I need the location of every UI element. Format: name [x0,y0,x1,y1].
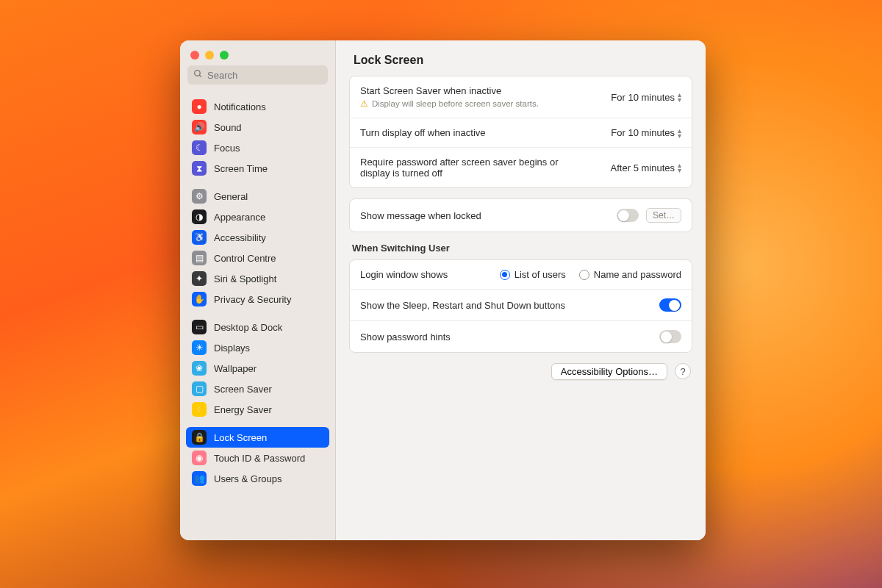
hints-toggle[interactable] [659,330,681,343]
sound-icon: 🔊 [192,120,207,135]
sidebar-item-label: Notifications [214,101,266,112]
set-message-button[interactable]: Set… [646,208,681,223]
sidebar-item-accessibility[interactable]: ♿Accessibility [186,227,329,248]
sidebar-item-label: Siri & Spotlight [214,273,276,284]
close-icon[interactable] [190,51,199,60]
zoom-icon[interactable] [220,51,229,60]
requirepassword-value: After 5 minutes [611,162,675,173]
showmessage-label: Show message when locked [360,210,608,221]
minimize-icon[interactable] [205,51,214,60]
energy-saver-icon: ⚡ [192,402,207,417]
loginwindow-radio-group: List of users Name and password [500,269,681,280]
row-displayoff: Turn display off when inactive For 10 mi… [350,118,692,147]
desktop-dock-icon: ▭ [192,320,207,334]
chevron-updown-icon: ▴▾ [678,128,681,138]
sidebar-item-label: Sound [214,122,242,133]
sidebar-item-label: Appearance [214,212,265,223]
showmessage-toggle[interactable] [617,209,639,222]
row-hints: Show password hints [350,320,692,352]
sidebar-item-general[interactable]: ⚙General [186,186,329,207]
screen-saver-icon: ▢ [192,381,207,396]
sidebar-item-label: Users & Groups [214,473,282,484]
window-controls [180,40,335,65]
sidebar-item-control-centre[interactable]: ▤Control Centre [186,248,329,268]
sidebar-item-lock-screen[interactable]: 🔒Lock Screen [186,427,329,448]
accessibility-icon: ♿ [192,230,207,245]
sidebar-item-label: Screen Time [214,163,268,174]
radio-label: List of users [514,269,566,280]
radio-name-password[interactable]: Name and password [579,269,681,280]
radio-list-of-users[interactable]: List of users [500,269,566,280]
sidebar-item-sound[interactable]: 🔊Sound [186,117,329,137]
row-screensaver: Start Screen Saver when inactive ⚠︎ Disp… [350,76,692,118]
control-centre-icon: ▤ [192,251,207,265]
radio-label: Name and password [594,269,681,280]
screensaver-label: Start Screen Saver when inactive [360,85,602,96]
sidebar-item-privacy-security[interactable]: ✋Privacy & Security [186,289,329,309]
general-icon: ⚙ [192,189,207,204]
sidebar-item-label: Control Centre [214,253,276,264]
svg-point-0 [195,71,201,76]
displayoff-value: For 10 minutes [611,127,675,138]
row-requirepassword: Require password after screen saver begi… [350,147,692,187]
appearance-icon: ◑ [192,209,207,224]
displayoff-label: Turn display off when inactive [360,127,602,138]
notifications-icon: ● [192,99,207,114]
sidebar-item-desktop-dock[interactable]: ▭Desktop & Dock [186,317,329,337]
search-icon [193,69,203,81]
inactivity-panel: Start Screen Saver when inactive ⚠︎ Disp… [349,76,692,188]
wallpaper-icon: ❀ [192,361,207,376]
sidebar-item-label: Energy Saver [214,404,272,415]
lockmessage-panel: Show message when locked Set… [349,198,692,232]
hints-label: Show password hints [360,331,650,343]
search-input[interactable] [207,70,331,81]
focus-icon: ☾ [192,140,207,155]
accessibility-options-button[interactable]: Accessibility Options… [551,363,667,380]
sidebar-item-label: Screen Saver [214,384,272,395]
sleepbuttons-toggle[interactable] [659,298,681,312]
users-groups-icon: 👥 [192,471,207,486]
sidebar-item-energy-saver[interactable]: ⚡Energy Saver [186,399,329,420]
sidebar-item-label: Wallpaper [214,363,257,374]
screensaver-warning: Display will sleep before screen saver s… [372,99,539,108]
sidebar-item-label: Privacy & Security [214,294,291,305]
svg-line-1 [199,75,201,77]
sidebar-item-screen-saver[interactable]: ▢Screen Saver [186,379,329,399]
sidebar-item-users-groups[interactable]: 👥Users & Groups [186,468,329,489]
sidebar-item-touch-id-password[interactable]: ◉Touch ID & Password [186,448,329,468]
search-field[interactable] [187,65,328,85]
displays-icon: ☀ [192,340,207,355]
row-loginwindow: Login window shows List of users Name an… [350,260,692,289]
sidebar-item-notifications[interactable]: ●Notifications [186,96,329,117]
sidebar-item-appearance[interactable]: ◑Appearance [186,207,329,227]
sidebar-item-label: Desktop & Dock [214,322,282,333]
sidebar-item-focus[interactable]: ☾Focus [186,137,329,158]
sidebar-item-siri-spotlight[interactable]: ✦Siri & Spotlight [186,268,329,289]
sidebar-nav[interactable]: ●Notifications🔊Sound☾Focus⧗Screen Time⚙G… [180,90,335,496]
help-button[interactable]: ? [675,363,691,379]
chevron-updown-icon: ▴▾ [678,162,681,173]
sidebar-item-screen-time[interactable]: ⧗Screen Time [186,158,329,179]
footer-buttons: Accessibility Options… ? [349,363,692,380]
screensaver-value: For 10 minutes [611,92,675,103]
sidebar-item-label: Displays [214,343,250,354]
screensaver-dropdown[interactable]: For 10 minutes ▴▾ [611,92,681,103]
loginwindow-label: Login window shows [360,269,491,280]
switching-section-title: When Switching User [352,243,689,254]
main-pane: Lock Screen Start Screen Saver when inac… [336,40,706,540]
requirepassword-dropdown[interactable]: After 5 minutes ▴▾ [611,162,681,173]
displayoff-dropdown[interactable]: For 10 minutes ▴▾ [611,127,681,138]
sidebar-item-label: Lock Screen [214,432,267,443]
sidebar-item-displays[interactable]: ☀Displays [186,337,329,358]
screen-time-icon: ⧗ [192,161,207,176]
page-title: Lock Screen [354,54,688,67]
sidebar-item-wallpaper[interactable]: ❀Wallpaper [186,358,329,379]
radio-icon [579,270,589,280]
row-showmessage: Show message when locked Set… [350,199,692,232]
touch-id-password-icon: ◉ [192,451,207,465]
warning-icon: ⚠︎ [360,98,368,109]
sidebar: ●Notifications🔊Sound☾Focus⧗Screen Time⚙G… [180,40,336,540]
sidebar-item-label: Touch ID & Password [214,453,305,464]
row-sleepbuttons: Show the Sleep, Restart and Shut Down bu… [350,289,692,320]
switching-panel: Login window shows List of users Name an… [349,259,692,353]
